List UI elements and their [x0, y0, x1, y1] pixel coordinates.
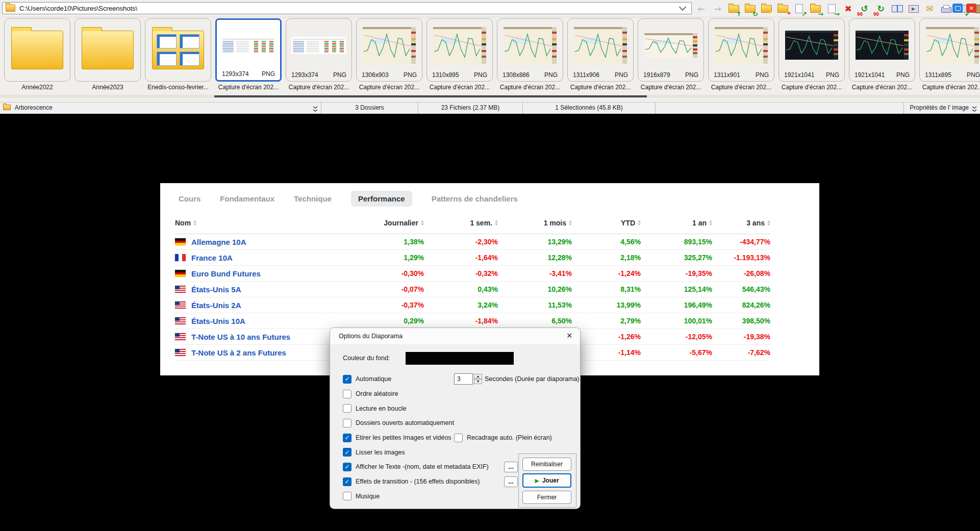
status-selected-count: 1 Sélectionnés (45.8 KB) — [523, 103, 656, 114]
thumbnail-cell[interactable]: 1311x895PNG — [919, 18, 980, 82]
copy-to-folder-icon[interactable]: → — [825, 3, 838, 15]
option-row-automatique: ✓Automatique3Secondes (Durée par diapora… — [343, 372, 575, 387]
new-folder-icon[interactable]: * — [776, 3, 789, 15]
sort-icon[interactable] — [193, 220, 196, 225]
tree-panel-expander-icon[interactable] — [313, 105, 318, 116]
play-button[interactable]: ▶Jouer — [522, 473, 571, 488]
dialog-close-icon[interactable]: ✕ — [566, 332, 572, 340]
thumbnail-cell[interactable]: 1310x895PNG — [426, 18, 493, 82]
properties-expander-icon[interactable] — [972, 105, 977, 116]
back-icon[interactable]: ← — [695, 3, 708, 15]
address-bar[interactable]: C:\Users\corde10\Pictures\Screenshots\ — [2, 2, 692, 14]
thumbnail-dimensions: 980x531 — [855, 71, 885, 79]
dialog-title-bar[interactable]: Options du Diaporama — [330, 328, 580, 344]
thumbnail-cell[interactable] — [4, 18, 70, 82]
forward-icon[interactable]: → — [711, 3, 724, 15]
delete-icon[interactable]: ✖ — [842, 3, 855, 15]
thumbnail-cell[interactable]: 1921x1041PNG — [849, 18, 915, 82]
checkbox-automatique[interactable]: ✓ — [343, 375, 351, 384]
thumbnail-format: PNG — [544, 71, 558, 79]
column-header-1-an[interactable]: 1 an — [641, 219, 712, 227]
instrument-link[interactable]: France 10A — [175, 254, 233, 262]
thumbnail-cell[interactable]: 1293x374PNG — [286, 18, 352, 82]
rotate-left-icon[interactable]: ↺90 — [858, 3, 871, 15]
column-header-ytd[interactable]: YTD — [572, 219, 641, 227]
column-header-1-sem[interactable]: 1 sem. — [424, 219, 498, 227]
parent-folder-icon[interactable]: ↑ — [727, 3, 740, 15]
tab-cours[interactable]: Cours — [179, 191, 200, 207]
thumbnail-cell[interactable]: 1311x901PNG — [708, 18, 774, 82]
scrollbar-thumb[interactable] — [214, 95, 647, 97]
value-cell: -2,30% — [475, 238, 498, 246]
thumbnail-cell[interactable]: 1921x1041PNG — [778, 18, 845, 82]
tab-patterns-de-chandeliers[interactable]: Patterns de chandeliers — [432, 191, 518, 207]
dialog-title: Options du Diaporama — [339, 333, 403, 340]
checkbox-musique[interactable] — [343, 492, 351, 500]
more-options-button[interactable]: ... — [504, 462, 518, 472]
thumbnail-preview — [145, 19, 211, 81]
favorite-folder-icon[interactable]: ★ — [760, 3, 773, 15]
instrument-link[interactable]: T-Note US à 10 ans Futures — [175, 333, 290, 341]
instrument-name: T-Note US à 2 ans Futures — [191, 348, 286, 357]
thumbnail-cell[interactable]: 1306x903PNG — [356, 18, 422, 82]
checkbox-ordre-al-atoire[interactable] — [343, 390, 351, 398]
column-header-1-mois[interactable]: 1 mois — [498, 219, 572, 227]
column-header-journalier[interactable]: Journalier — [350, 219, 424, 227]
compare-icon[interactable] — [891, 3, 903, 15]
tab-technique[interactable]: Technique — [294, 191, 332, 207]
checkbox-label: Automatique — [356, 375, 391, 383]
value-cell: 13,29% — [548, 238, 572, 246]
address-path[interactable]: C:\Users\corde10\Pictures\Screenshots\ — [19, 5, 680, 12]
browse-folder-icon[interactable]: ↗ — [793, 3, 806, 15]
print-icon[interactable] — [940, 3, 952, 15]
more-options-button[interactable]: ... — [504, 476, 518, 487]
column-label: 1 sem. — [470, 219, 492, 227]
close-button[interactable]: Fermer — [522, 491, 571, 504]
tab-performance[interactable]: Performance — [351, 191, 412, 207]
value-cell: 6,50% — [551, 317, 572, 325]
checkbox-lecture-en-boucle[interactable] — [343, 404, 351, 413]
checkbox-afficher-le-texte-nom-date-e[interactable]: ✓ — [343, 463, 351, 471]
instrument-link[interactable]: Euro Bund Futures — [175, 269, 261, 278]
instrument-link[interactable]: T-Note US à 2 ans Futures — [175, 348, 286, 357]
chevron-down-icon[interactable] — [679, 4, 686, 11]
checkbox-recadrage-auto-plein-cran[interactable] — [454, 434, 463, 442]
refresh-folder-icon[interactable]: ↻ — [744, 3, 757, 15]
instrument-link[interactable]: Allemagne 10A — [175, 238, 246, 246]
instrument-link[interactable]: États-Unis 2A — [175, 301, 241, 310]
rotate-right-icon[interactable]: ↻90 — [874, 3, 887, 15]
spin-up-button[interactable] — [474, 374, 482, 379]
reset-button[interactable]: Reinitialiser — [522, 458, 571, 471]
thumbnail-dimensions: 1311x906 — [573, 71, 599, 79]
checkbox-effets-de-transition-156-eff[interactable]: ✓ — [343, 477, 351, 486]
sort-icon[interactable] — [767, 220, 770, 225]
instrument-link[interactable]: États-Unis 5A — [175, 285, 241, 294]
thumbnail-cell[interactable]: 1311x906PNG — [567, 18, 634, 82]
close-button[interactable]: ✕ — [966, 4, 976, 13]
option-row-lecture-en-boucle: Lecture en boucle — [343, 401, 575, 416]
instrument-link[interactable]: États-Unis 10A — [175, 317, 245, 325]
thumbnail-cell[interactable] — [74, 18, 141, 82]
thumbnail-cell[interactable] — [145, 18, 211, 82]
duration-value[interactable]: 3 — [454, 373, 473, 385]
column-header-nom[interactable]: Nom — [175, 219, 350, 227]
thumbnail-capture-d-cran-202: 1310x895PNGCapture d'écran 202... — [426, 18, 493, 91]
checkbox-lisser-les-images[interactable]: ✓ — [343, 448, 351, 457]
thumbnail-selected[interactable]: 1293x374PNG — [215, 18, 282, 82]
checkbox-dossiers-ouverts-automatique[interactable] — [343, 419, 351, 427]
tab-fondamentaux[interactable]: Fondamentaux — [220, 191, 274, 207]
background-color-swatch[interactable] — [406, 352, 514, 365]
mail-icon[interactable]: ✉ — [923, 3, 936, 15]
spin-down-button[interactable] — [474, 379, 482, 384]
value-cell: 1,38% — [404, 238, 424, 246]
status-bar: Arborescence 3 Dossiers 23 Fichiers (2.3… — [0, 102, 980, 114]
thumbnail-filename: Année2022 — [0, 84, 74, 91]
thumbnail-cell[interactable]: 1916x879PNG — [638, 18, 704, 82]
column-header-3-ans[interactable]: 3 ans — [712, 219, 770, 227]
minimize-button[interactable] — [952, 4, 963, 13]
value-cell: 10,26% — [548, 285, 572, 293]
checkbox-etirer-les-petites-images-et[interactable]: ✓ — [343, 434, 351, 442]
move-to-folder-icon[interactable]: → — [809, 3, 822, 15]
slideshow-icon[interactable]: ▶ — [907, 3, 920, 15]
thumbnail-cell[interactable]: 1308x886PNG — [497, 18, 563, 82]
